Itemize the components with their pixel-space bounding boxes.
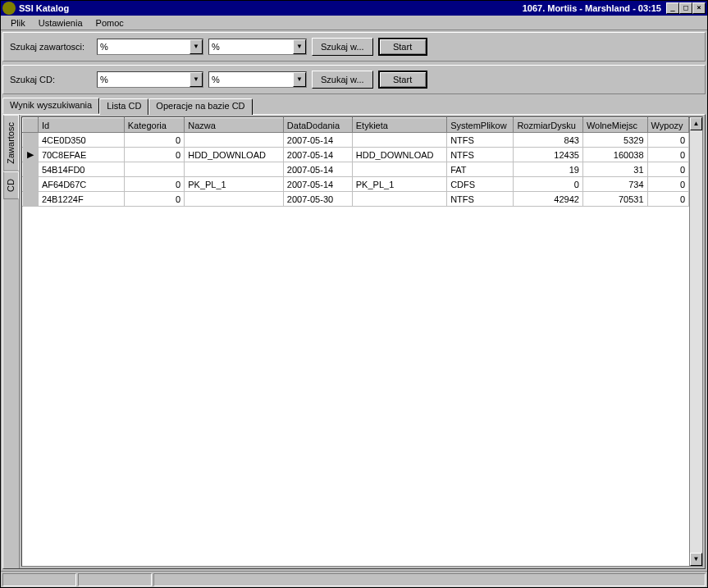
cell-systemplikow: NTFS bbox=[447, 148, 514, 162]
row-indicator[interactable]: ▶ bbox=[23, 148, 39, 162]
search-cd-label: Szukaj CD: bbox=[10, 75, 92, 84]
col-wolnemiejsce[interactable]: WolneMiejsc bbox=[582, 118, 647, 133]
col-kategoria[interactable]: Kategoria bbox=[124, 118, 184, 133]
search-content-start-button[interactable]: Start bbox=[378, 38, 427, 56]
results-table: Id Kategoria Nazwa DataDodania Etykieta … bbox=[22, 117, 689, 207]
cell-wolnemiejsce: 5329 bbox=[582, 133, 647, 148]
close-button[interactable]: × bbox=[692, 2, 706, 14]
search-content-input2[interactable] bbox=[209, 40, 293, 53]
table-row[interactable]: 54B14FD02007-05-14FAT19310 bbox=[23, 162, 689, 177]
search-content-label: Szukaj zawartosci: bbox=[10, 42, 92, 52]
table-row[interactable]: AF64D67C0PK_PL_12007-05-14PK_PL_1CDFS073… bbox=[23, 177, 689, 192]
dropdown-icon[interactable]: ▼ bbox=[190, 72, 203, 87]
dropdown-icon[interactable]: ▼ bbox=[293, 72, 306, 87]
col-systemplikow[interactable]: SystemPlikow bbox=[447, 118, 514, 133]
tab-cd-operations[interactable]: Operacje na bazie CD bbox=[148, 98, 252, 115]
row-indicator[interactable] bbox=[23, 162, 39, 177]
window-title: SSI Katalog bbox=[19, 3, 69, 13]
cell-systemplikow: FAT bbox=[447, 162, 514, 177]
cell-rozmiardysku: 0 bbox=[514, 177, 582, 192]
status-pane-2 bbox=[78, 573, 152, 586]
search-cd-input1[interactable] bbox=[98, 73, 190, 86]
search-content-panel: Szukaj zawartosci: ▼ ▼ Szukaj w... Start bbox=[2, 32, 706, 62]
titlebar-right-text: 1067. Mortiis - Marshland - 03:15 bbox=[523, 3, 661, 13]
col-rozmiardysku[interactable]: RozmiarDysku bbox=[514, 118, 582, 133]
search-cd-panel: Szukaj CD: ▼ ▼ Szukaj w... Start bbox=[2, 65, 706, 94]
scroll-down-icon[interactable]: ▼ bbox=[690, 553, 702, 566]
cell-kategoria: 0 bbox=[124, 133, 184, 148]
cell-etykieta: HDD_DOWNLOAD bbox=[352, 148, 446, 162]
menu-settings[interactable]: Ustawienia bbox=[32, 17, 89, 29]
cell-wypozyczenie: 0 bbox=[647, 162, 688, 177]
menubar: Plik Ustawienia Pomoc bbox=[1, 16, 707, 30]
statusbar bbox=[1, 571, 707, 587]
cell-id: AF64D67C bbox=[38, 177, 124, 192]
cell-nazwa: PK_PL_1 bbox=[185, 177, 284, 192]
side-tab-content[interactable]: Zawartosc bbox=[3, 115, 19, 171]
side-tab-cd[interactable]: CD bbox=[3, 171, 19, 199]
cell-wypozyczenie: 0 bbox=[647, 177, 688, 192]
cell-wolnemiejsce: 31 bbox=[582, 162, 647, 177]
table-row[interactable]: 24B1224F02007-05-30NTFS42942705310 bbox=[23, 192, 689, 207]
col-id[interactable]: Id bbox=[38, 118, 124, 133]
cell-kategoria: 0 bbox=[124, 192, 184, 207]
dropdown-icon[interactable]: ▼ bbox=[190, 39, 203, 54]
search-content-input1[interactable] bbox=[98, 40, 190, 53]
row-indicator[interactable] bbox=[23, 177, 39, 192]
search-cd-start-button[interactable]: Start bbox=[378, 71, 427, 89]
tab-search-results[interactable]: Wynik wyszukiwania bbox=[2, 98, 99, 114]
menu-file[interactable]: Plik bbox=[4, 17, 32, 29]
menu-help[interactable]: Pomoc bbox=[89, 17, 130, 29]
cell-wypozyczenie: 0 bbox=[647, 192, 688, 207]
search-cd-input2[interactable] bbox=[209, 73, 293, 86]
data-grid: Id Kategoria Nazwa DataDodania Etykieta … bbox=[21, 116, 703, 567]
cell-rozmiardysku: 19 bbox=[514, 162, 582, 177]
cell-rozmiardysku: 12435 bbox=[514, 148, 582, 162]
table-row[interactable]: ▶70C8EFAE0HDD_DOWNLOAD2007-05-14HDD_DOWN… bbox=[23, 148, 689, 162]
status-pane-1 bbox=[2, 573, 76, 586]
cell-id: 54B14FD0 bbox=[38, 162, 124, 177]
maximize-button[interactable]: □ bbox=[679, 2, 692, 14]
cell-datadodania: 2007-05-14 bbox=[283, 133, 352, 148]
app-window: SSI Katalog 1067. Mortiis - Marshland - … bbox=[0, 0, 708, 588]
scroll-up-icon[interactable]: ▲ bbox=[690, 117, 702, 130]
search-cd-field1[interactable]: ▼ bbox=[97, 71, 203, 88]
cell-rozmiardysku: 843 bbox=[514, 133, 582, 148]
cell-kategoria bbox=[124, 162, 184, 177]
app-icon bbox=[2, 2, 16, 15]
cell-nazwa bbox=[185, 133, 284, 148]
col-etykieta[interactable]: Etykieta bbox=[352, 118, 446, 133]
scroll-track[interactable] bbox=[690, 130, 702, 553]
row-indicator[interactable] bbox=[23, 133, 39, 148]
tab-strip: Wynik wyszukiwania Lista CD Operacje na … bbox=[2, 98, 706, 114]
table-row[interactable]: 4CE0D35002007-05-14NTFS84353290 bbox=[23, 133, 689, 148]
cell-kategoria: 0 bbox=[124, 148, 184, 162]
cell-etykieta bbox=[352, 192, 446, 207]
cell-id: 70C8EFAE bbox=[38, 148, 124, 162]
col-wypozyczenie[interactable]: Wypozy bbox=[647, 118, 688, 133]
cell-datadodania: 2007-05-14 bbox=[283, 162, 352, 177]
col-datadodania[interactable]: DataDodania bbox=[283, 118, 352, 133]
main-tabs: Wynik wyszukiwania Lista CD Operacje na … bbox=[2, 98, 706, 569]
row-selector-header[interactable] bbox=[23, 118, 39, 133]
search-cd-searchin-button[interactable]: Szukaj w... bbox=[312, 71, 373, 89]
tab-cd-list[interactable]: Lista CD bbox=[99, 98, 148, 115]
col-nazwa[interactable]: Nazwa bbox=[185, 118, 284, 133]
vertical-scrollbar[interactable]: ▲ ▼ bbox=[689, 117, 702, 566]
search-content-searchin-button[interactable]: Szukaj w... bbox=[312, 38, 373, 56]
cell-nazwa: HDD_DOWNLOAD bbox=[185, 148, 284, 162]
search-cd-field2[interactable]: ▼ bbox=[208, 71, 307, 88]
search-content-field1[interactable]: ▼ bbox=[97, 39, 203, 55]
cell-systemplikow: CDFS bbox=[447, 177, 514, 192]
titlebar: SSI Katalog 1067. Mortiis - Marshland - … bbox=[1, 1, 707, 16]
cell-etykieta bbox=[352, 162, 446, 177]
dropdown-icon[interactable]: ▼ bbox=[293, 39, 306, 54]
search-content-field2[interactable]: ▼ bbox=[208, 39, 307, 55]
cell-etykieta bbox=[352, 133, 446, 148]
cell-wolnemiejsce: 70531 bbox=[582, 192, 647, 207]
row-indicator[interactable] bbox=[23, 192, 39, 207]
cell-id: 24B1224F bbox=[38, 192, 124, 207]
cell-wypozyczenie: 0 bbox=[647, 133, 688, 148]
minimize-button[interactable]: _ bbox=[666, 2, 679, 14]
cell-wolnemiejsce: 160038 bbox=[582, 148, 647, 162]
